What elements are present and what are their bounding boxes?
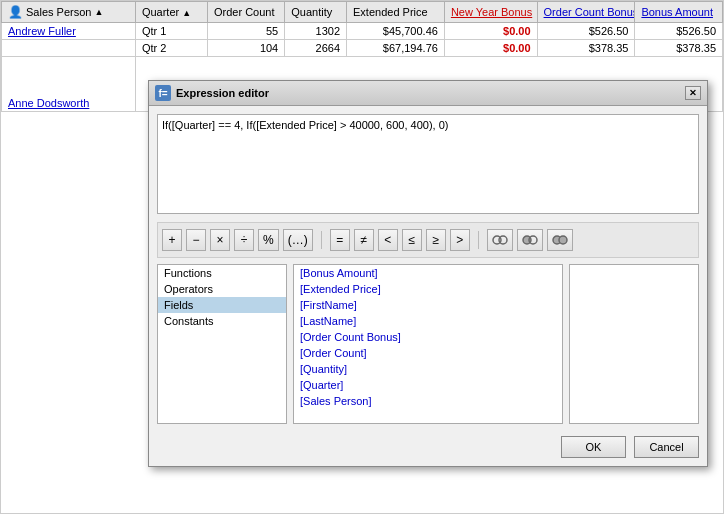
op-logic3-button[interactable] — [547, 229, 573, 251]
ordercountbonus-header[interactable]: Order Count Bonus — [537, 2, 635, 23]
op-separator-1 — [321, 231, 322, 249]
op-gt-button[interactable]: > — [450, 229, 470, 251]
salesperson-link-3[interactable]: Anne Dodsworth — [8, 97, 89, 109]
salesperson-header-label: Sales Person — [26, 6, 91, 18]
category-item-constants[interactable]: Constants — [158, 313, 286, 329]
salesperson-cell-1[interactable]: Andrew Fuller — [2, 23, 136, 40]
table-row: Qtr 2 104 2664 $67,194.76 $0.00 $378.35 … — [2, 40, 723, 57]
field-item-lastname[interactable]: [LastName] — [294, 313, 562, 329]
newyearbonus-cell-1: $0.00 — [444, 23, 537, 40]
bonusamount-link[interactable]: Bonus Amount — [641, 6, 713, 18]
op-multiply-button[interactable]: × — [210, 229, 230, 251]
field-item-extprice[interactable]: [Extended Price] — [294, 281, 562, 297]
dialog-title-text: Expression editor — [176, 87, 269, 99]
dialog-close-button[interactable]: ✕ — [685, 86, 701, 100]
quantity-header[interactable]: Quantity — [285, 2, 347, 23]
svg-point-1 — [499, 236, 507, 244]
ordercountbonus-cell-1: $526.50 — [537, 23, 635, 40]
dialog-footer: OK Cancel — [149, 432, 707, 466]
field-item-ordercountbonus[interactable]: [Order Count Bonus] — [294, 329, 562, 345]
op-separator-2 — [478, 231, 479, 249]
dialog-titlebar: f= Expression editor ✕ — [149, 81, 707, 106]
ordercountbonus-link[interactable]: Order Count Bonus — [544, 6, 635, 18]
expression-editor-dialog: f= Expression editor ✕ + − × ÷ % (…) = ≠… — [148, 80, 708, 467]
op-divide-button[interactable]: ÷ — [234, 229, 254, 251]
values-panel — [569, 264, 699, 424]
category-item-functions[interactable]: Functions — [158, 265, 286, 281]
op-gte-button[interactable]: ≥ — [426, 229, 446, 251]
extprice-cell-1: $45,700.46 — [347, 23, 445, 40]
field-item-ordercount[interactable]: [Order Count] — [294, 345, 562, 361]
fields-panel: [Bonus Amount] [Extended Price] [FirstNa… — [293, 264, 563, 424]
ordercountbonus-cell-2: $378.35 — [537, 40, 635, 57]
op-minus-button[interactable]: − — [186, 229, 206, 251]
field-item-quarter[interactable]: [Quarter] — [294, 377, 562, 393]
op-percent-button[interactable]: % — [258, 229, 279, 251]
op-lt-button[interactable]: < — [378, 229, 398, 251]
newyearbonus-link[interactable]: New Year Bonus — [451, 6, 532, 18]
quarter-header[interactable]: Quarter ▲ — [135, 2, 207, 23]
salesperson-header[interactable]: 👤 Sales Person ▲ — [2, 2, 136, 23]
sort-arrow-up: ▲ — [94, 7, 103, 17]
expression-editor-icon: f= — [155, 85, 171, 101]
table-row: Andrew Fuller Qtr 1 55 1302 $45,700.46 $… — [2, 23, 723, 40]
salesperson-link-1[interactable]: Andrew Fuller — [8, 25, 76, 37]
extprice-header-label: Extended Price — [353, 6, 428, 18]
op-parens-button[interactable]: (…) — [283, 229, 313, 251]
operators-row: + − × ÷ % (…) = ≠ < ≤ ≥ > — [157, 222, 699, 258]
bonusamount-header[interactable]: Bonus Amount — [635, 2, 723, 23]
quarter-cell-2: Qtr 2 — [135, 40, 207, 57]
salesperson-icon: 👤 — [8, 5, 23, 19]
op-lte-button[interactable]: ≤ — [402, 229, 422, 251]
salesperson-cell-3[interactable]: Anne Dodsworth — [2, 57, 136, 112]
salesperson-cell-2 — [2, 40, 136, 57]
dialog-icon-label: f= — [158, 88, 167, 99]
quarter-sort-arrow: ▲ — [182, 8, 191, 18]
quantity-cell-2: 2664 — [285, 40, 347, 57]
field-item-firstname[interactable]: [FirstName] — [294, 297, 562, 313]
quantity-header-label: Quantity — [291, 6, 332, 18]
field-item-salesperson[interactable]: [Sales Person] — [294, 393, 562, 409]
ordercount-cell-2: 104 — [207, 40, 284, 57]
bonusamount-cell-2: $378.35 — [635, 40, 723, 57]
ok-button[interactable]: OK — [561, 436, 626, 458]
category-panel: Functions Operators Fields Constants — [157, 264, 287, 424]
field-item-bonusamount[interactable]: [Bonus Amount] — [294, 265, 562, 281]
expression-textarea[interactable] — [157, 114, 699, 214]
op-logic1-button[interactable] — [487, 229, 513, 251]
extprice-header[interactable]: Extended Price — [347, 2, 445, 23]
quarter-header-label: Quarter — [142, 6, 179, 18]
bonusamount-cell-1: $526.50 — [635, 23, 723, 40]
dialog-title-left: f= Expression editor — [155, 85, 269, 101]
newyearbonus-cell-2: $0.00 — [444, 40, 537, 57]
newyearbonus-header[interactable]: New Year Bonus — [444, 2, 537, 23]
category-item-operators[interactable]: Operators — [158, 281, 286, 297]
panels-row: Functions Operators Fields Constants [Bo… — [157, 264, 699, 424]
cancel-button[interactable]: Cancel — [634, 436, 699, 458]
svg-point-5 — [559, 236, 567, 244]
op-logic2-button[interactable] — [517, 229, 543, 251]
quarter-cell-1: Qtr 1 — [135, 23, 207, 40]
quantity-cell-1: 1302 — [285, 23, 347, 40]
op-plus-button[interactable]: + — [162, 229, 182, 251]
category-item-fields[interactable]: Fields — [158, 297, 286, 313]
ordercount-header-label: Order Count — [214, 6, 275, 18]
extprice-cell-2: $67,194.76 — [347, 40, 445, 57]
dialog-body: + − × ÷ % (…) = ≠ < ≤ ≥ > Functions Oper… — [149, 106, 707, 432]
op-notequals-button[interactable]: ≠ — [354, 229, 374, 251]
field-item-quantity[interactable]: [Quantity] — [294, 361, 562, 377]
ordercount-header[interactable]: Order Count — [207, 2, 284, 23]
ordercount-cell-1: 55 — [207, 23, 284, 40]
op-equals-button[interactable]: = — [330, 229, 350, 251]
